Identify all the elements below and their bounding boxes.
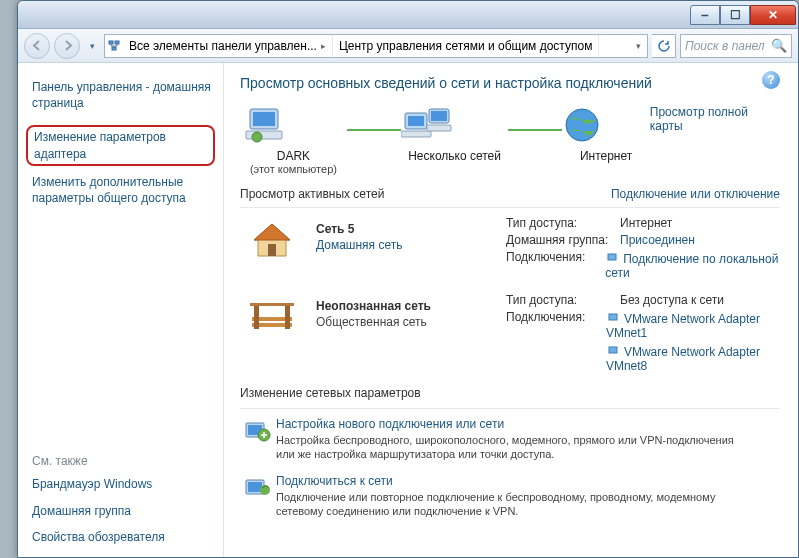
page-title: Просмотр основных сведений о сети и наст… — [240, 75, 780, 91]
middle-label: Несколько сетей — [401, 149, 508, 163]
full-map-link[interactable]: Просмотр полной карты — [650, 105, 780, 133]
map-this-pc: DARK (этот компьютер) — [240, 105, 347, 175]
pc-sub-label: (этот компьютер) — [240, 163, 347, 175]
sidebar-firewall[interactable]: Брандмауэр Windows — [32, 476, 211, 492]
arrow-right-icon — [62, 40, 73, 51]
homegroup-label: Домашняя группа: — [506, 233, 620, 247]
svg-rect-28 — [248, 482, 262, 492]
svg-rect-8 — [408, 116, 424, 126]
breadcrumb-segment-1[interactable]: Все элементы панели управлен...▸ — [123, 35, 333, 57]
refresh-button[interactable] — [652, 34, 676, 58]
map-middle: Несколько сетей — [401, 105, 508, 163]
network-name: Сеть 5 — [316, 222, 506, 236]
svg-rect-0 — [109, 41, 113, 44]
connection-link[interactable]: VMware Network Adapter VMnet1 — [606, 310, 780, 340]
refresh-icon — [658, 40, 670, 52]
ethernet-icon — [606, 343, 620, 357]
network-block-1: Сеть 5 Домашняя сеть Тип доступа:Интерне… — [240, 216, 780, 283]
sidebar-advanced-sharing[interactable]: Изменить дополнительные параметры общего… — [32, 174, 211, 206]
globe-icon — [562, 105, 602, 145]
close-button[interactable]: ✕ — [750, 5, 796, 25]
svg-rect-1 — [115, 41, 119, 44]
breadcrumb-label: Все элементы панели управлен... — [129, 39, 317, 53]
address-bar[interactable]: Все элементы панели управлен...▸ Центр у… — [104, 34, 648, 58]
svg-rect-2 — [112, 47, 116, 50]
svg-rect-9 — [401, 131, 431, 137]
network-map: DARK (этот компьютер) Несколько сетей — [240, 105, 780, 175]
nav-history-dropdown[interactable]: ▾ — [84, 34, 100, 58]
ethernet-icon — [605, 250, 619, 264]
homegroup-value[interactable]: Присоединен — [620, 233, 695, 247]
access-type-label: Тип доступа: — [506, 216, 620, 230]
computer-icon — [240, 105, 288, 145]
see-also-heading: См. также — [32, 454, 211, 468]
internet-label: Интернет — [562, 149, 649, 163]
change-settings-heading: Изменение сетевых параметров — [240, 386, 780, 400]
breadcrumb-label: Центр управления сетями и общим доступом — [339, 39, 593, 53]
connection-link[interactable]: Подключение по локальной сети — [605, 250, 780, 280]
svg-rect-22 — [609, 314, 617, 320]
access-type-value: Без доступа к сети — [620, 293, 724, 307]
home-network-icon — [240, 216, 304, 264]
setup-new-connection: Настройка нового подключения или сети На… — [240, 417, 780, 462]
maximize-button[interactable]: ☐ — [720, 5, 750, 25]
sidebar: Панель управления - домашняя страница Из… — [18, 63, 224, 557]
search-icon: 🔍 — [771, 38, 787, 53]
minimize-button[interactable]: ‒ — [690, 5, 720, 25]
map-internet: Интернет — [562, 105, 649, 163]
connect-to-network-link[interactable]: Подключиться к сети — [276, 474, 746, 488]
nav-forward-button[interactable] — [54, 33, 80, 59]
active-networks-heading: Просмотр активных сетей — [240, 187, 384, 201]
svg-rect-23 — [609, 347, 617, 353]
connect-disconnect-link[interactable]: Подключение или отключение — [611, 187, 780, 201]
sidebar-internet-options[interactable]: Свойства обозревателя — [32, 529, 211, 545]
network-type-label: Общественная сеть — [316, 315, 506, 329]
sidebar-homegroup[interactable]: Домашняя группа — [32, 503, 211, 519]
svg-rect-16 — [608, 254, 616, 260]
nav-back-button[interactable] — [24, 33, 50, 59]
pc-name-label: DARK — [240, 149, 347, 163]
svg-rect-5 — [246, 131, 282, 139]
network-block-2: Неопознанная сеть Общественная сеть Тип … — [240, 293, 780, 376]
help-button[interactable]: ? — [762, 71, 780, 89]
svg-rect-15 — [268, 244, 276, 256]
connections-label: Подключения: — [506, 250, 605, 280]
multiple-networks-icon — [401, 105, 453, 145]
svg-rect-20 — [285, 305, 290, 329]
network-type-link[interactable]: Домашняя сеть — [316, 238, 506, 252]
svg-point-6 — [252, 132, 262, 142]
sidebar-adapter-settings[interactable]: Изменение параметров адаптера — [26, 125, 215, 165]
content-area: ? Просмотр основных сведений о сети и на… — [224, 63, 798, 557]
public-network-icon — [240, 293, 304, 341]
connect-to-network: Подключиться к сети Подключение или повт… — [240, 474, 780, 519]
arrow-left-icon — [32, 40, 43, 51]
connections-label: Подключения: — [506, 310, 606, 340]
access-type-label: Тип доступа: — [506, 293, 620, 307]
setup-new-connection-desc: Настройка беспроводного, широкополосного… — [276, 433, 746, 462]
ethernet-icon — [606, 310, 620, 324]
svg-rect-12 — [427, 125, 451, 131]
breadcrumb-segment-2[interactable]: Центр управления сетями и общим доступом — [333, 35, 600, 57]
connect-network-icon — [240, 474, 276, 519]
connection-link[interactable]: VMware Network Adapter VMnet8 — [606, 343, 780, 373]
svg-rect-21 — [250, 303, 294, 306]
breadcrumb-dropdown[interactable]: ▾ — [630, 35, 647, 57]
network-name: Неопознанная сеть — [316, 299, 506, 313]
network-center-icon — [105, 35, 123, 57]
access-type-value: Интернет — [620, 216, 672, 230]
svg-rect-11 — [431, 111, 447, 121]
search-input[interactable]: Поиск в панел 🔍 — [680, 34, 792, 58]
connect-to-network-desc: Подключение или повторное подключение к … — [276, 490, 746, 519]
setup-new-connection-link[interactable]: Настройка нового подключения или сети — [276, 417, 746, 431]
titlebar: ‒ ☐ ✕ — [18, 1, 798, 29]
new-connection-icon — [240, 417, 276, 462]
control-panel-window: ‒ ☐ ✕ ▾ Все элементы панели управлен...▸… — [17, 0, 799, 558]
navbar: ▾ Все элементы панели управлен...▸ Центр… — [18, 29, 798, 63]
svg-rect-4 — [253, 112, 275, 126]
svg-rect-19 — [254, 305, 259, 329]
search-placeholder: Поиск в панел — [685, 39, 765, 53]
sidebar-home-link[interactable]: Панель управления - домашняя страница — [32, 79, 211, 111]
